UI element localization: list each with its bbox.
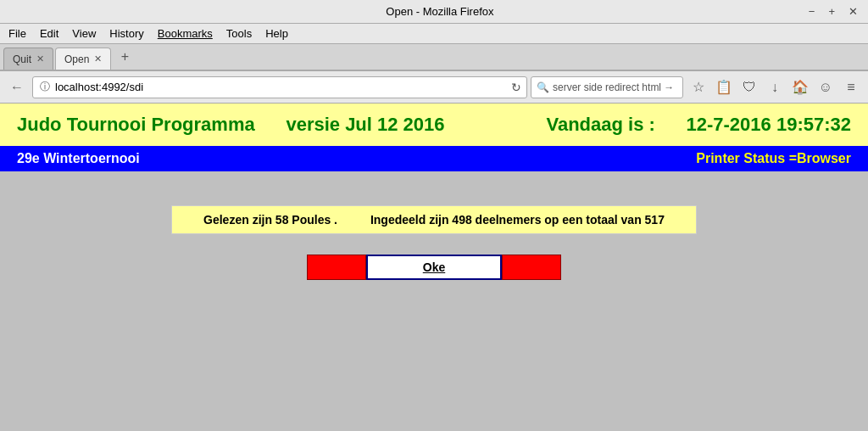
info-right: Ingedeeld zijn 498 deelnemers op een tot…	[370, 213, 665, 227]
search-bar[interactable]: 🔍 server side redirect html →	[531, 76, 683, 98]
new-tab-button[interactable]: +	[114, 48, 135, 66]
tab-quit-close[interactable]: ✕	[36, 53, 44, 64]
maximize-button[interactable]: +	[825, 5, 838, 18]
minimize-button[interactable]: −	[805, 5, 819, 18]
right-red-button[interactable]	[502, 255, 561, 280]
close-button[interactable]: ✕	[845, 5, 861, 18]
app-date: Vandaag is : 12-7-2016 19:57:32	[546, 114, 851, 136]
info-icon: ⓘ	[38, 80, 52, 94]
menubar: File Edit View History Bookmarks Tools H…	[0, 24, 868, 44]
back-button[interactable]: ←	[5, 76, 29, 99]
tab-open[interactable]: Open ✕	[55, 48, 111, 70]
shield-icon[interactable]: 🛡	[737, 76, 761, 99]
info-bar: Gelezen zijn 58 Poules . Ingedeeld zijn …	[171, 205, 697, 234]
oke-button[interactable]: Oke	[366, 255, 502, 280]
app-title: Judo Tournooi Programma versie Jul 12 20…	[17, 114, 445, 136]
toolbar-icons: ☆ 📋 🛡 ↓ 🏠 ☺ ≡	[687, 76, 863, 99]
left-red-button[interactable]	[307, 255, 366, 280]
button-row: Oke	[0, 255, 868, 280]
profile-icon[interactable]: ☺	[814, 76, 837, 99]
titlebar: Open - Mozilla Firefox − + ✕	[0, 0, 868, 24]
bookmark-star-icon[interactable]: ☆	[687, 76, 710, 99]
printer-status: Printer Status =Browser	[696, 151, 851, 166]
search-icon: 🔍	[537, 81, 549, 93]
home-icon[interactable]: 🏠	[788, 76, 812, 99]
menu-history[interactable]: History	[104, 25, 148, 42]
menu-help[interactable]: Help	[260, 25, 293, 42]
tab-quit[interactable]: Quit ✕	[3, 48, 53, 70]
addressbar: ← ⓘ localhost:4992/sdi ↻ 🔍 server side r…	[0, 71, 868, 104]
app-subheader: 29e Wintertoernooi Printer Status =Brows…	[0, 146, 868, 171]
info-left: Gelezen zijn 58 Poules .	[203, 213, 337, 227]
window-title: Open - Mozilla Firefox	[75, 5, 805, 18]
url-text: localhost:4992/sdi	[55, 81, 508, 93]
tournament-name: 29e Wintertoernooi	[17, 151, 140, 166]
tab-quit-label: Quit	[13, 53, 31, 65]
page-content: Judo Tournooi Programma versie Jul 12 20…	[0, 104, 868, 280]
menu-file[interactable]: File	[3, 25, 31, 42]
window-controls[interactable]: − + ✕	[805, 5, 861, 18]
menu-edit[interactable]: Edit	[35, 25, 64, 42]
app-container: Judo Tournooi Programma versie Jul 12 20…	[0, 104, 868, 280]
search-placeholder: server side redirect html →	[553, 81, 674, 93]
menu-view[interactable]: View	[67, 25, 101, 42]
clipboard-icon[interactable]: 📋	[712, 76, 736, 99]
app-header: Judo Tournooi Programma versie Jul 12 20…	[0, 104, 868, 146]
download-icon[interactable]: ↓	[763, 76, 787, 99]
menu-icon[interactable]: ≡	[839, 76, 863, 99]
reload-button[interactable]: ↻	[511, 81, 521, 94]
url-bar[interactable]: ⓘ localhost:4992/sdi ↻	[32, 76, 527, 98]
tab-open-close[interactable]: ✕	[94, 53, 102, 64]
tabbar: Quit ✕ Open ✕ +	[0, 44, 868, 71]
tab-open-label: Open	[64, 53, 89, 65]
menu-bookmarks[interactable]: Bookmarks	[153, 25, 218, 42]
menu-tools[interactable]: Tools	[221, 25, 257, 42]
